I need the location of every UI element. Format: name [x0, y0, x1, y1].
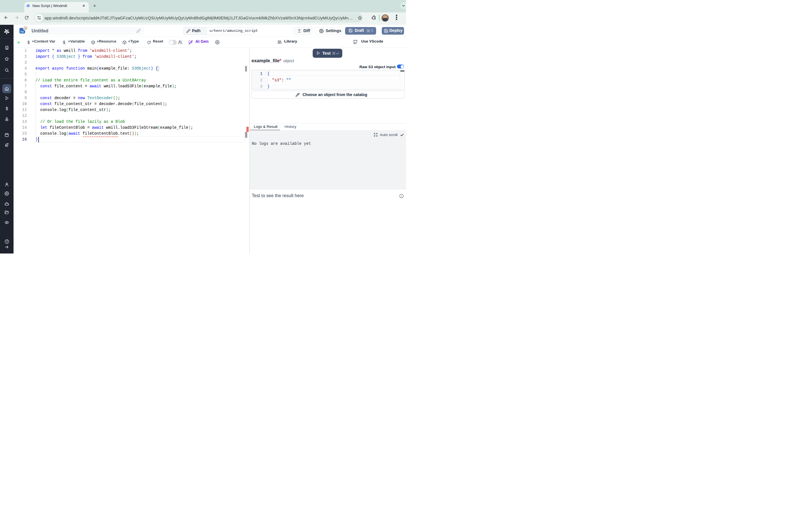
- svg-text:TS: TS: [20, 30, 24, 33]
